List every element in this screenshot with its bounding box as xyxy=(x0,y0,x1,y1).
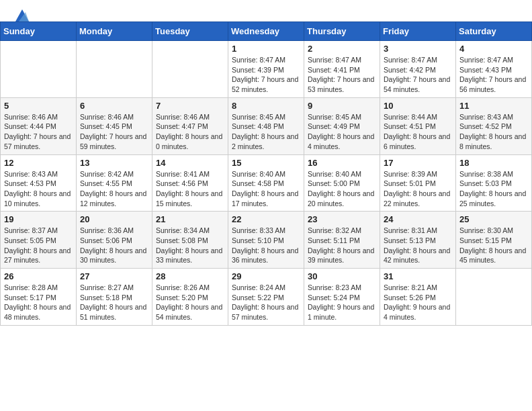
day-info: Sunrise: 8:47 AM Sunset: 4:42 PM Dayligh… xyxy=(384,55,452,95)
logo-icon xyxy=(15,9,29,21)
calendar-week-row: 26Sunrise: 8:28 AM Sunset: 5:17 PM Dayli… xyxy=(1,269,532,326)
day-info: Sunrise: 8:40 AM Sunset: 4:58 PM Dayligh… xyxy=(232,169,300,209)
calendar-day-8: 8Sunrise: 8:45 AM Sunset: 4:48 PM Daylig… xyxy=(228,97,304,154)
day-number: 21 xyxy=(156,214,224,224)
day-number: 22 xyxy=(232,214,300,224)
day-info: Sunrise: 8:32 AM Sunset: 5:11 PM Dayligh… xyxy=(308,226,376,265)
day-number: 24 xyxy=(384,214,452,224)
calendar-day-26: 26Sunrise: 8:28 AM Sunset: 5:17 PM Dayli… xyxy=(1,269,77,326)
calendar-empty-cell xyxy=(152,41,228,98)
calendar-day-16: 16Sunrise: 8:40 AM Sunset: 5:00 PM Dayli… xyxy=(304,154,380,212)
weekday-header-thursday: Thursday xyxy=(304,22,380,41)
weekday-header-saturday: Saturday xyxy=(456,22,532,41)
day-info: Sunrise: 8:23 AM Sunset: 5:24 PM Dayligh… xyxy=(308,283,376,322)
day-info: Sunrise: 8:36 AM Sunset: 5:06 PM Dayligh… xyxy=(80,226,148,265)
calendar-day-4: 4Sunrise: 8:47 AM Sunset: 4:43 PM Daylig… xyxy=(456,41,532,98)
calendar-week-row: 5Sunrise: 8:46 AM Sunset: 4:44 PM Daylig… xyxy=(1,97,532,154)
day-number: 11 xyxy=(459,101,528,111)
day-info: Sunrise: 8:43 AM Sunset: 4:52 PM Dayligh… xyxy=(459,112,528,152)
day-info: Sunrise: 8:40 AM Sunset: 5:00 PM Dayligh… xyxy=(308,169,376,209)
calendar-week-row: 1Sunrise: 8:47 AM Sunset: 4:39 PM Daylig… xyxy=(1,41,532,98)
calendar-day-2: 2Sunrise: 8:47 AM Sunset: 4:41 PM Daylig… xyxy=(304,41,380,98)
day-info: Sunrise: 8:45 AM Sunset: 4:48 PM Dayligh… xyxy=(232,112,300,152)
day-number: 1 xyxy=(232,44,300,54)
day-number: 5 xyxy=(4,101,73,111)
day-number: 8 xyxy=(232,101,300,111)
day-info: Sunrise: 8:31 AM Sunset: 5:13 PM Dayligh… xyxy=(384,226,452,265)
day-number: 2 xyxy=(308,44,376,54)
calendar-week-row: 12Sunrise: 8:43 AM Sunset: 4:53 PM Dayli… xyxy=(1,154,532,212)
day-info: Sunrise: 8:41 AM Sunset: 4:56 PM Dayligh… xyxy=(156,169,224,209)
day-number: 31 xyxy=(384,271,452,281)
calendar-day-19: 19Sunrise: 8:37 AM Sunset: 5:05 PM Dayli… xyxy=(1,212,77,269)
day-number: 30 xyxy=(308,271,376,281)
day-number: 23 xyxy=(308,214,376,224)
weekday-header-sunday: Sunday xyxy=(1,22,77,41)
calendar-day-6: 6Sunrise: 8:46 AM Sunset: 4:45 PM Daylig… xyxy=(77,97,152,154)
day-number: 7 xyxy=(156,101,224,111)
day-info: Sunrise: 8:46 AM Sunset: 4:45 PM Dayligh… xyxy=(80,112,148,152)
calendar-day-22: 22Sunrise: 8:33 AM Sunset: 5:10 PM Dayli… xyxy=(228,212,304,269)
day-info: Sunrise: 8:30 AM Sunset: 5:15 PM Dayligh… xyxy=(459,226,528,265)
calendar-day-29: 29Sunrise: 8:24 AM Sunset: 5:22 PM Dayli… xyxy=(228,269,304,326)
calendar-empty-cell xyxy=(1,41,77,98)
day-info: Sunrise: 8:28 AM Sunset: 5:17 PM Dayligh… xyxy=(4,283,73,322)
day-number: 10 xyxy=(384,101,452,111)
day-number: 3 xyxy=(384,44,452,54)
day-number: 19 xyxy=(4,214,73,224)
calendar-day-12: 12Sunrise: 8:43 AM Sunset: 4:53 PM Dayli… xyxy=(1,154,77,212)
calendar-day-21: 21Sunrise: 8:34 AM Sunset: 5:08 PM Dayli… xyxy=(152,212,228,269)
day-info: Sunrise: 8:46 AM Sunset: 4:44 PM Dayligh… xyxy=(4,112,73,152)
calendar-empty-cell xyxy=(77,41,152,98)
weekday-header-row: SundayMondayTuesdayWednesdayThursdayFrid… xyxy=(1,22,532,41)
day-number: 16 xyxy=(308,158,376,168)
day-info: Sunrise: 8:46 AM Sunset: 4:47 PM Dayligh… xyxy=(156,112,224,152)
day-number: 27 xyxy=(80,271,148,281)
day-info: Sunrise: 8:43 AM Sunset: 4:53 PM Dayligh… xyxy=(4,169,73,209)
day-info: Sunrise: 8:47 AM Sunset: 4:43 PM Dayligh… xyxy=(459,55,528,95)
day-info: Sunrise: 8:24 AM Sunset: 5:22 PM Dayligh… xyxy=(232,283,300,322)
calendar-day-23: 23Sunrise: 8:32 AM Sunset: 5:11 PM Dayli… xyxy=(304,212,380,269)
day-number: 14 xyxy=(156,158,224,168)
calendar-day-14: 14Sunrise: 8:41 AM Sunset: 4:56 PM Dayli… xyxy=(152,154,228,212)
calendar-day-28: 28Sunrise: 8:26 AM Sunset: 5:20 PM Dayli… xyxy=(152,269,228,326)
day-info: Sunrise: 8:27 AM Sunset: 5:18 PM Dayligh… xyxy=(80,283,148,322)
calendar-table: SundayMondayTuesdayWednesdayThursdayFrid… xyxy=(0,21,532,326)
day-number: 17 xyxy=(384,158,452,168)
calendar-day-13: 13Sunrise: 8:42 AM Sunset: 4:55 PM Dayli… xyxy=(77,154,152,212)
logo xyxy=(13,11,29,19)
day-number: 6 xyxy=(80,101,148,111)
day-number: 12 xyxy=(4,158,73,168)
day-info: Sunrise: 8:44 AM Sunset: 4:51 PM Dayligh… xyxy=(384,112,452,152)
calendar-day-3: 3Sunrise: 8:47 AM Sunset: 4:42 PM Daylig… xyxy=(380,41,456,98)
day-info: Sunrise: 8:38 AM Sunset: 5:03 PM Dayligh… xyxy=(459,169,528,209)
day-number: 13 xyxy=(80,158,148,168)
day-number: 9 xyxy=(308,101,376,111)
weekday-header-friday: Friday xyxy=(380,22,456,41)
day-number: 15 xyxy=(232,158,300,168)
day-info: Sunrise: 8:33 AM Sunset: 5:10 PM Dayligh… xyxy=(232,226,300,265)
day-info: Sunrise: 8:47 AM Sunset: 4:39 PM Dayligh… xyxy=(232,55,300,95)
calendar-day-5: 5Sunrise: 8:46 AM Sunset: 4:44 PM Daylig… xyxy=(1,97,77,154)
calendar-day-25: 25Sunrise: 8:30 AM Sunset: 5:15 PM Dayli… xyxy=(456,212,532,269)
calendar-day-9: 9Sunrise: 8:45 AM Sunset: 4:49 PM Daylig… xyxy=(304,97,380,154)
calendar-week-row: 19Sunrise: 8:37 AM Sunset: 5:05 PM Dayli… xyxy=(1,212,532,269)
calendar-day-31: 31Sunrise: 8:21 AM Sunset: 5:26 PM Dayli… xyxy=(380,269,456,326)
day-info: Sunrise: 8:39 AM Sunset: 5:01 PM Dayligh… xyxy=(384,169,452,209)
calendar-day-11: 11Sunrise: 8:43 AM Sunset: 4:52 PM Dayli… xyxy=(456,97,532,154)
day-number: 18 xyxy=(459,158,528,168)
day-number: 4 xyxy=(459,44,528,54)
day-number: 25 xyxy=(459,214,528,224)
day-info: Sunrise: 8:45 AM Sunset: 4:49 PM Dayligh… xyxy=(308,112,376,152)
day-number: 26 xyxy=(4,271,73,281)
day-info: Sunrise: 8:26 AM Sunset: 5:20 PM Dayligh… xyxy=(156,283,224,322)
weekday-header-tuesday: Tuesday xyxy=(152,22,228,41)
calendar-day-1: 1Sunrise: 8:47 AM Sunset: 4:39 PM Daylig… xyxy=(228,41,304,98)
calendar-day-7: 7Sunrise: 8:46 AM Sunset: 4:47 PM Daylig… xyxy=(152,97,228,154)
weekday-header-wednesday: Wednesday xyxy=(228,22,304,41)
day-info: Sunrise: 8:37 AM Sunset: 5:05 PM Dayligh… xyxy=(4,226,73,265)
calendar-day-15: 15Sunrise: 8:40 AM Sunset: 4:58 PM Dayli… xyxy=(228,154,304,212)
day-info: Sunrise: 8:42 AM Sunset: 4:55 PM Dayligh… xyxy=(80,169,148,209)
calendar-day-24: 24Sunrise: 8:31 AM Sunset: 5:13 PM Dayli… xyxy=(380,212,456,269)
day-info: Sunrise: 8:21 AM Sunset: 5:26 PM Dayligh… xyxy=(384,283,452,322)
